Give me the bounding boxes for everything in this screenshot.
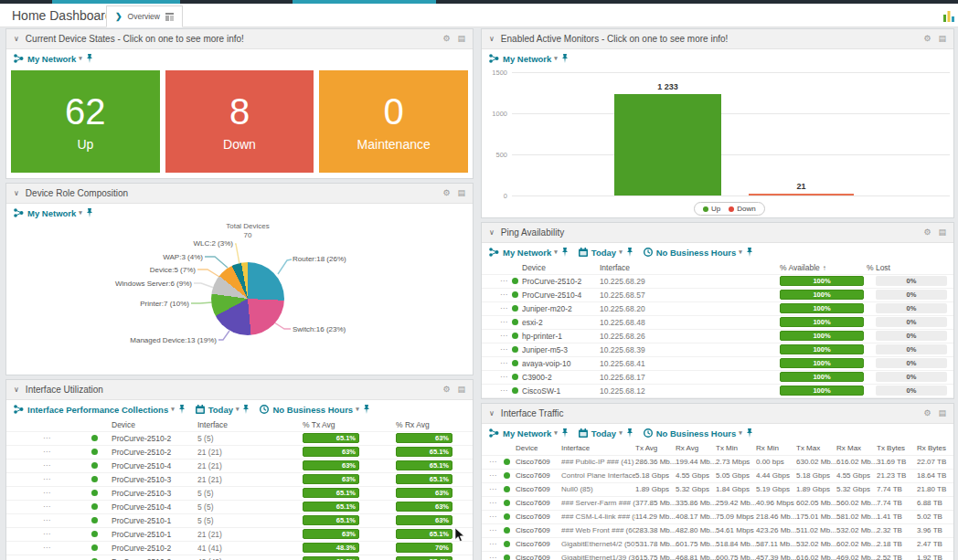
device-state-tile[interactable]: 0Maintenance xyxy=(319,70,468,173)
col-header-interface[interactable]: Interface xyxy=(197,418,303,431)
device-state-tile[interactable]: 62Up xyxy=(11,70,160,173)
network-selector[interactable]: My Network xyxy=(503,248,551,258)
device-cell[interactable]: ProCurve-2510-2 xyxy=(112,542,197,555)
caret-down-icon[interactable]: ▾ xyxy=(171,406,175,413)
device-cell[interactable]: ProCurve-2510-1 xyxy=(112,528,197,541)
menu-icon[interactable]: ▤ xyxy=(938,35,946,43)
row-menu-icon[interactable]: ⋯ xyxy=(43,501,56,513)
device-cell[interactable]: Cisco7609 xyxy=(516,497,561,510)
row-menu-icon[interactable]: ⋯ xyxy=(43,555,56,560)
business-hours-selector[interactable]: No Business Hours xyxy=(272,405,353,415)
row-menu-icon[interactable]: ⋯ xyxy=(43,446,56,459)
menu-icon[interactable]: ▤ xyxy=(938,228,946,237)
device-cell[interactable]: ProCurve-2510-4 xyxy=(112,460,197,472)
pin-icon[interactable] xyxy=(560,428,569,438)
gear-icon[interactable]: ⚙ xyxy=(442,386,450,394)
col-header-rx-min[interactable]: Rx Min xyxy=(756,442,796,455)
caret-down-icon[interactable]: ▾ xyxy=(554,55,558,62)
pin-icon[interactable] xyxy=(560,54,569,63)
device-cell[interactable]: avaya-voip-10 xyxy=(522,357,600,370)
bar-down[interactable] xyxy=(749,194,854,195)
date-range-selector[interactable]: Today xyxy=(208,405,233,415)
table-row[interactable]: ⋯ProCurve-2510-241 (41)48.3%70% xyxy=(6,541,473,555)
row-menu-icon[interactable]: ⋯ xyxy=(489,470,504,482)
pin-icon[interactable] xyxy=(177,405,186,414)
device-cell[interactable]: ProCurve-2510-2 xyxy=(112,446,197,459)
device-cell[interactable]: ProCurve-2510-4 xyxy=(112,501,197,513)
table-row[interactable]: ⋯esxi-210.225.68.48100%0% xyxy=(482,315,953,329)
tab-overview[interactable]: ❯ Overview xyxy=(106,5,183,27)
row-menu-icon[interactable]: ⋯ xyxy=(500,398,512,399)
legend-item-up[interactable]: Up xyxy=(703,205,720,213)
device-cell[interactable]: Cisco7609 xyxy=(516,470,561,482)
caret-down-icon[interactable]: ▾ xyxy=(356,406,359,413)
col-header-rx-bytes[interactable]: Rx Bytes xyxy=(917,442,953,455)
menu-icon[interactable]: ▤ xyxy=(457,35,465,43)
pie-slice-label[interactable]: Device:5 (7%) xyxy=(150,266,196,275)
device-cell[interactable]: Cisco7609 xyxy=(516,456,561,469)
row-menu-icon[interactable]: ⋯ xyxy=(43,528,56,541)
chart-icon[interactable] xyxy=(943,9,955,22)
caret-down-icon[interactable]: ▾ xyxy=(79,209,82,217)
col-header-interface[interactable]: Interface xyxy=(561,442,635,455)
caret-down-icon[interactable]: ▾ xyxy=(619,248,623,256)
pin-icon[interactable] xyxy=(85,208,94,217)
col-header-tx-min[interactable]: Tx Min xyxy=(716,442,756,455)
device-cell[interactable]: ProCurve-2510-2 xyxy=(112,555,197,560)
col-header-device[interactable]: Device xyxy=(112,418,197,431)
row-menu-icon[interactable]: ⋯ xyxy=(43,432,56,445)
row-menu-icon[interactable]: ⋯ xyxy=(489,524,504,537)
col-header-device[interactable]: Device xyxy=(522,261,600,275)
table-row[interactable]: ⋯ProCurve-2510-210.225.68.29100%0% xyxy=(482,274,953,288)
caret-down-icon[interactable]: ▾ xyxy=(236,406,240,413)
menu-icon[interactable]: ▤ xyxy=(457,386,465,394)
table-row[interactable]: ⋯ProCurve-2510-410.225.68.57100%0% xyxy=(482,288,953,301)
table-row[interactable]: ⋯Cisco7609GigabitEthernet1/39 (39)615.75… xyxy=(482,551,953,560)
pin-icon[interactable] xyxy=(745,428,754,438)
gear-icon[interactable]: ⚙ xyxy=(923,228,931,237)
col-header-tx-max[interactable]: Tx Max xyxy=(796,442,836,455)
gear-icon[interactable]: ⚙ xyxy=(442,189,450,197)
network-selector[interactable]: My Network xyxy=(27,208,76,218)
chevron-down-icon[interactable]: ∨ xyxy=(14,190,19,197)
chevron-down-icon[interactable]: ∨ xyxy=(489,229,495,237)
row-menu-icon[interactable]: ⋯ xyxy=(43,514,56,527)
device-cell[interactable]: ProCurve-2510-4 xyxy=(522,289,600,301)
row-menu-icon[interactable]: ⋯ xyxy=(489,456,504,469)
network-selector[interactable]: My Network xyxy=(27,54,76,64)
chevron-down-icon[interactable]: ∨ xyxy=(14,386,19,394)
table-row[interactable]: ⋯Cisco7609### Server-Farm ### (78)377.85… xyxy=(482,496,953,510)
row-menu-icon[interactable]: ⋯ xyxy=(489,538,504,551)
table-row[interactable]: ⋯ProCurve-2510-221 (21)63%65.1% xyxy=(6,445,473,459)
col-header-rx-max[interactable]: Rx Max xyxy=(836,442,877,455)
business-hours-selector[interactable]: No Business Hours xyxy=(656,428,737,438)
row-menu-icon[interactable]: ⋯ xyxy=(489,483,504,496)
table-row[interactable]: ⋯ProCurve-2510-421 (21)63%65.1% xyxy=(6,459,473,472)
table-row[interactable]: ⋯Juniper-m20-210.225.68.20100%0% xyxy=(482,301,953,315)
table-row[interactable]: ⋯ProCurve-2510-249 (49)60.9%57.4% xyxy=(6,555,473,560)
row-menu-icon[interactable]: ⋯ xyxy=(500,385,512,397)
chevron-down-icon[interactable]: ∨ xyxy=(489,410,495,417)
row-menu-icon[interactable]: ⋯ xyxy=(500,357,512,370)
row-menu-icon[interactable]: ⋯ xyxy=(500,316,512,329)
pie-slice-label[interactable]: WAP:3 (4%) xyxy=(163,253,203,262)
row-menu-icon[interactable]: ⋯ xyxy=(43,473,56,486)
pie-slice-label[interactable]: Windows Server:6 (9%) xyxy=(115,280,192,289)
pin-icon[interactable] xyxy=(625,428,634,438)
table-row[interactable]: ⋯hp-printer-110.225.68.26100%0% xyxy=(482,329,953,343)
table-row[interactable]: ⋯CiscoSW-210.225.68.28100%0% xyxy=(482,397,953,399)
table-row[interactable]: ⋯Juniper-m5-310.225.68.39100%0% xyxy=(482,343,953,356)
table-row[interactable]: ⋯ProCurve-2510-45 (5)65.1%63% xyxy=(6,500,473,513)
table-row[interactable]: ⋯Cisco7609### Web Front ### (60)283.38 M… xyxy=(482,523,953,537)
col-header-lost[interactable]: % Lost xyxy=(867,261,954,275)
row-menu-icon[interactable]: ⋯ xyxy=(43,460,56,472)
device-cell[interactable]: hp-printer-1 xyxy=(522,330,600,343)
device-cell[interactable]: Juniper-m5-3 xyxy=(522,343,600,356)
caret-down-icon[interactable]: ▾ xyxy=(554,429,558,437)
col-header-interface[interactable]: Interface xyxy=(600,261,780,275)
table-row[interactable]: ⋯ProCurve-2510-121 (21)63%65.1% xyxy=(6,527,473,541)
row-menu-icon[interactable]: ⋯ xyxy=(500,343,512,356)
chevron-down-icon[interactable]: ∨ xyxy=(489,36,495,43)
device-cell[interactable]: ProCurve-2510-3 xyxy=(112,487,197,500)
collection-selector[interactable]: Interface Performance Collections xyxy=(27,405,168,415)
